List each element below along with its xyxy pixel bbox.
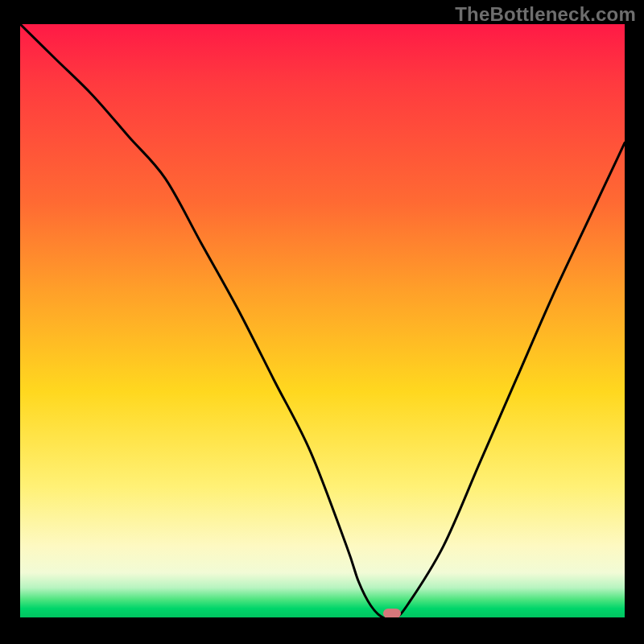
chart-frame: TheBottleneck.com <box>0 0 644 644</box>
curve-svg <box>20 24 625 617</box>
plot-area <box>20 24 625 617</box>
watermark-text: TheBottleneck.com <box>455 3 636 26</box>
bottleneck-curve-path <box>20 24 625 617</box>
bottleneck-marker <box>383 609 401 617</box>
